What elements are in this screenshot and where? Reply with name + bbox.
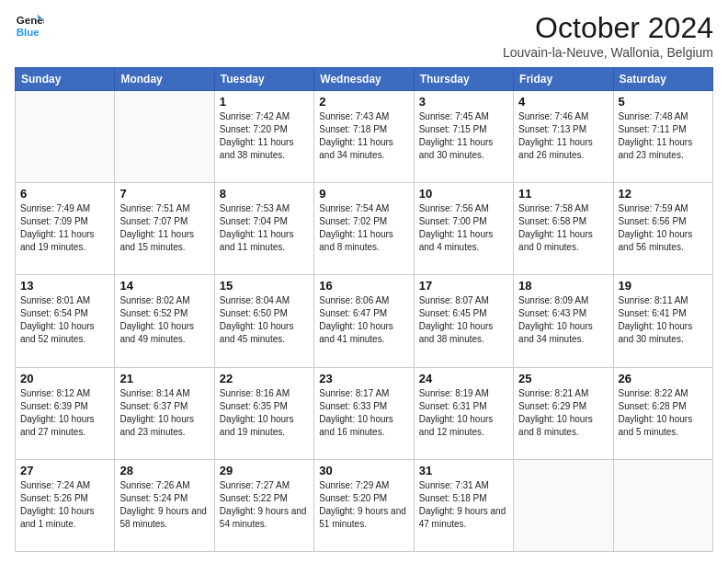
table-row: 9 Sunrise: 7:54 AMSunset: 7:02 PMDayligh…	[314, 183, 414, 275]
table-row: 8 Sunrise: 7:53 AMSunset: 7:04 PMDayligh…	[214, 183, 313, 275]
day-number: 21	[119, 372, 209, 385]
table-row: 23 Sunrise: 8:17 AMSunset: 6:33 PMDaylig…	[314, 367, 414, 459]
day-number: 23	[319, 372, 408, 385]
day-info: Sunrise: 7:45 AMSunset: 7:15 PMDaylight:…	[419, 110, 508, 162]
page: General Blue October 2024 Louvain-la-Neu…	[0, 0, 728, 563]
calendar-week-row: 1 Sunrise: 7:42 AMSunset: 7:20 PMDayligh…	[16, 91, 713, 183]
day-number: 11	[518, 187, 608, 201]
day-info: Sunrise: 8:14 AMSunset: 6:37 PMDaylight:…	[119, 387, 209, 439]
table-row: 5 Sunrise: 7:48 AMSunset: 7:11 PMDayligh…	[613, 91, 712, 183]
table-row: 11 Sunrise: 7:58 AMSunset: 6:58 PMDaylig…	[514, 183, 613, 275]
day-info: Sunrise: 8:21 AMSunset: 6:29 PMDaylight:…	[518, 387, 608, 439]
table-row: 26 Sunrise: 8:22 AMSunset: 6:28 PMDaylig…	[613, 367, 712, 459]
day-number: 30	[319, 464, 408, 477]
day-info: Sunrise: 7:51 AMSunset: 7:07 PMDaylight:…	[119, 202, 209, 254]
day-number: 29	[220, 464, 309, 477]
table-row: 21 Sunrise: 8:14 AMSunset: 6:37 PMDaylig…	[115, 367, 214, 459]
calendar-week-row: 6 Sunrise: 7:49 AMSunset: 7:09 PMDayligh…	[16, 183, 713, 275]
table-row: 14 Sunrise: 8:02 AMSunset: 6:52 PMDaylig…	[115, 275, 214, 367]
subtitle: Louvain-la-Neuve, Wallonia, Belgium	[503, 45, 713, 60]
day-number: 4	[518, 95, 608, 109]
day-info: Sunrise: 7:49 AMSunset: 7:09 PMDaylight:…	[20, 202, 109, 254]
table-row: 2 Sunrise: 7:43 AMSunset: 7:18 PMDayligh…	[314, 91, 414, 183]
table-row: 18 Sunrise: 8:09 AMSunset: 6:43 PMDaylig…	[514, 275, 613, 367]
day-info: Sunrise: 8:22 AMSunset: 6:28 PMDaylight:…	[619, 387, 708, 439]
day-info: Sunrise: 8:02 AMSunset: 6:52 PMDaylight:…	[119, 294, 209, 346]
col-friday: Friday	[514, 68, 613, 91]
day-info: Sunrise: 8:11 AMSunset: 6:41 PMDaylight:…	[619, 294, 708, 346]
day-number: 28	[119, 464, 209, 477]
day-info: Sunrise: 8:01 AMSunset: 6:54 PMDaylight:…	[20, 294, 109, 346]
table-row: 24 Sunrise: 8:19 AMSunset: 6:31 PMDaylig…	[414, 367, 513, 459]
day-number: 7	[119, 187, 209, 201]
day-info: Sunrise: 8:19 AMSunset: 6:31 PMDaylight:…	[419, 387, 508, 439]
day-number: 6	[20, 187, 109, 201]
day-info: Sunrise: 7:26 AMSunset: 5:24 PMDaylight:…	[119, 479, 209, 531]
calendar-header-row: Sunday Monday Tuesday Wednesday Thursday…	[16, 68, 713, 91]
day-number: 26	[619, 372, 708, 385]
day-number: 24	[419, 372, 508, 385]
day-info: Sunrise: 7:56 AMSunset: 7:00 PMDaylight:…	[419, 202, 508, 254]
table-row: 13 Sunrise: 8:01 AMSunset: 6:54 PMDaylig…	[16, 275, 115, 367]
day-number: 14	[119, 279, 209, 293]
calendar-week-row: 20 Sunrise: 8:12 AMSunset: 6:39 PMDaylig…	[16, 367, 713, 459]
day-info: Sunrise: 7:48 AMSunset: 7:11 PMDaylight:…	[619, 110, 708, 162]
day-number: 12	[619, 187, 708, 201]
day-number: 2	[319, 95, 408, 109]
day-number: 18	[518, 279, 608, 293]
table-row: 19 Sunrise: 8:11 AMSunset: 6:41 PMDaylig…	[613, 275, 712, 367]
day-number: 20	[20, 372, 109, 385]
day-number: 13	[20, 279, 109, 293]
table-row	[514, 459, 613, 551]
col-sunday: Sunday	[16, 68, 115, 91]
table-row: 4 Sunrise: 7:46 AMSunset: 7:13 PMDayligh…	[514, 91, 613, 183]
day-info: Sunrise: 8:04 AMSunset: 6:50 PMDaylight:…	[220, 294, 309, 346]
day-number: 17	[419, 279, 508, 293]
day-info: Sunrise: 8:06 AMSunset: 6:47 PMDaylight:…	[319, 294, 408, 346]
day-info: Sunrise: 8:07 AMSunset: 6:45 PMDaylight:…	[419, 294, 508, 346]
day-info: Sunrise: 7:42 AMSunset: 7:20 PMDaylight:…	[220, 110, 309, 162]
day-info: Sunrise: 7:24 AMSunset: 5:26 PMDaylight:…	[20, 479, 109, 531]
table-row: 20 Sunrise: 8:12 AMSunset: 6:39 PMDaylig…	[16, 367, 115, 459]
table-row: 1 Sunrise: 7:42 AMSunset: 7:20 PMDayligh…	[214, 91, 313, 183]
table-row: 31 Sunrise: 7:31 AMSunset: 5:18 PMDaylig…	[414, 459, 513, 551]
col-tuesday: Tuesday	[214, 68, 313, 91]
table-row: 17 Sunrise: 8:07 AMSunset: 6:45 PMDaylig…	[414, 275, 513, 367]
day-info: Sunrise: 7:58 AMSunset: 6:58 PMDaylight:…	[518, 202, 608, 254]
day-number: 19	[619, 279, 708, 293]
day-number: 31	[419, 464, 508, 477]
table-row: 10 Sunrise: 7:56 AMSunset: 7:00 PMDaylig…	[414, 183, 513, 275]
col-thursday: Thursday	[414, 68, 513, 91]
svg-text:General: General	[17, 15, 44, 26]
day-number: 1	[220, 95, 309, 109]
day-number: 10	[419, 187, 508, 201]
day-number: 22	[220, 372, 309, 385]
table-row	[16, 91, 115, 183]
day-number: 15	[220, 279, 309, 293]
logo: General Blue	[15, 11, 44, 40]
day-info: Sunrise: 8:09 AMSunset: 6:43 PMDaylight:…	[518, 294, 608, 346]
day-info: Sunrise: 8:12 AMSunset: 6:39 PMDaylight:…	[20, 387, 109, 439]
col-saturday: Saturday	[613, 68, 712, 91]
table-row	[613, 459, 712, 551]
header: General Blue October 2024 Louvain-la-Neu…	[15, 11, 713, 60]
table-row: 22 Sunrise: 8:16 AMSunset: 6:35 PMDaylig…	[214, 367, 313, 459]
title-block: October 2024 Louvain-la-Neuve, Wallonia,…	[503, 11, 713, 60]
day-number: 27	[20, 464, 109, 477]
day-info: Sunrise: 7:29 AMSunset: 5:20 PMDaylight:…	[319, 479, 408, 531]
day-number: 5	[619, 95, 708, 109]
day-info: Sunrise: 7:43 AMSunset: 7:18 PMDaylight:…	[319, 110, 408, 162]
day-number: 16	[319, 279, 408, 293]
day-info: Sunrise: 7:27 AMSunset: 5:22 PMDaylight:…	[220, 479, 309, 531]
logo-icon: General Blue	[15, 11, 44, 40]
day-info: Sunrise: 7:46 AMSunset: 7:13 PMDaylight:…	[518, 110, 608, 162]
table-row: 7 Sunrise: 7:51 AMSunset: 7:07 PMDayligh…	[115, 183, 214, 275]
day-info: Sunrise: 7:59 AMSunset: 6:56 PMDaylight:…	[619, 202, 708, 254]
table-row: 25 Sunrise: 8:21 AMSunset: 6:29 PMDaylig…	[514, 367, 613, 459]
svg-text:Blue: Blue	[17, 27, 40, 38]
day-info: Sunrise: 7:53 AMSunset: 7:04 PMDaylight:…	[220, 202, 309, 254]
table-row: 12 Sunrise: 7:59 AMSunset: 6:56 PMDaylig…	[613, 183, 712, 275]
day-info: Sunrise: 7:31 AMSunset: 5:18 PMDaylight:…	[419, 479, 508, 531]
table-row: 16 Sunrise: 8:06 AMSunset: 6:47 PMDaylig…	[314, 275, 414, 367]
table-row: 27 Sunrise: 7:24 AMSunset: 5:26 PMDaylig…	[16, 459, 115, 551]
